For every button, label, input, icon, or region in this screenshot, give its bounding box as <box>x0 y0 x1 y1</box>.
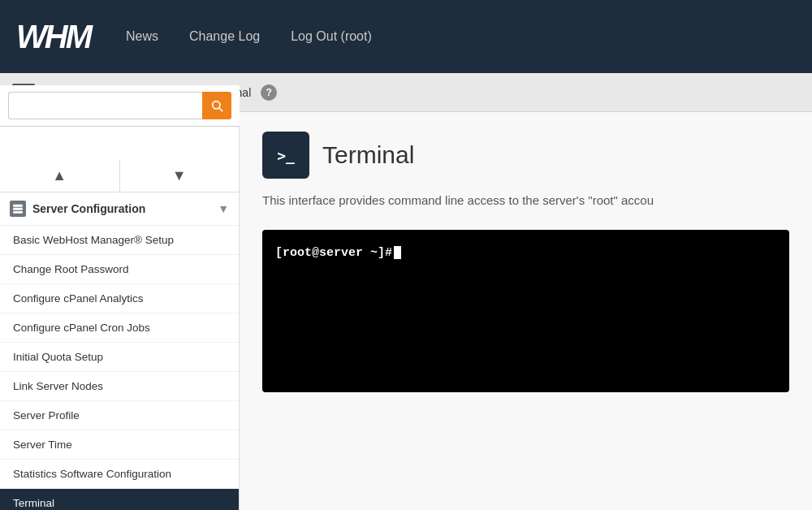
sidebar-section-header[interactable]: Server Configuration ▼ <box>0 192 239 226</box>
terminal-cursor <box>394 246 401 259</box>
sidebar-item-cpanel-analytics[interactable]: Configure cPanel Analytics <box>0 284 239 313</box>
terminal-prompt-line: [root@server ~]# <box>275 246 776 260</box>
sidebar-item-link-server-nodes[interactable]: Link Server Nodes <box>0 372 239 401</box>
sidebar-item-basic-webhost[interactable]: Basic WebHost Manager® Setup <box>0 226 239 255</box>
sidebar-item-change-root-password[interactable]: Change Root Password <box>0 255 239 284</box>
nav-logout[interactable]: Log Out (root) <box>279 23 383 50</box>
nav-news[interactable]: News <box>114 23 170 50</box>
sidebar-section-title-area: Server Configuration <box>10 201 145 217</box>
search-button[interactable] <box>202 112 231 119</box>
terminal-prompt-text: [root@server ~]# <box>275 246 392 260</box>
sidebar-up-button[interactable]: ▲ <box>0 159 120 192</box>
main-layout: ▲ ▼ Server Configuration ▼ Basic WebHost… <box>0 112 812 510</box>
sidebar-item-terminal[interactable]: Terminal <box>0 489 239 510</box>
sidebar-item-server-profile[interactable]: Server Profile <box>0 401 239 430</box>
sidebar-down-button[interactable]: ▼ <box>120 159 240 192</box>
logo: WHM <box>16 20 90 53</box>
sidebar-item-quota-setup[interactable]: Initial Quota Setup <box>0 343 239 372</box>
svg-rect-2 <box>13 205 23 207</box>
content-area: >_ Terminal This interface provides comm… <box>240 112 812 510</box>
terminal-prompt-icon: >_ <box>277 147 295 164</box>
terminal-icon: >_ <box>262 132 309 179</box>
page-title: Terminal <box>322 141 414 169</box>
svg-rect-3 <box>13 208 23 210</box>
server-config-icon <box>10 201 26 217</box>
help-icon[interactable]: ? <box>261 84 277 101</box>
sidebar-section-label: Server Configuration <box>32 202 145 215</box>
header-nav: News Change Log Log Out (root) <box>114 23 383 50</box>
svg-rect-4 <box>13 211 23 214</box>
page-header: >_ Terminal <box>262 132 789 179</box>
header: WHM News Change Log Log Out (root) <box>0 0 812 73</box>
terminal-window[interactable]: [root@server ~]# <box>262 230 789 392</box>
chevron-down-icon: ▼ <box>218 202 229 215</box>
sidebar-item-statistics-software[interactable]: Statistics Software Configuration <box>0 460 239 489</box>
page-description: This interface provides command line acc… <box>262 192 789 210</box>
search-bar <box>0 112 240 127</box>
search-input[interactable] <box>8 112 202 119</box>
sidebar-item-server-time[interactable]: Server Time <box>0 430 239 460</box>
sidebar-nav-arrows: ▲ ▼ <box>0 159 239 192</box>
sidebar-item-cpanel-cron[interactable]: Configure cPanel Cron Jobs <box>0 313 239 343</box>
sidebar: ▲ ▼ Server Configuration ▼ Basic WebHost… <box>0 112 240 510</box>
sidebar-menu: Basic WebHost Manager® Setup Change Root… <box>0 226 239 510</box>
nav-changelog[interactable]: Change Log <box>178 23 271 50</box>
